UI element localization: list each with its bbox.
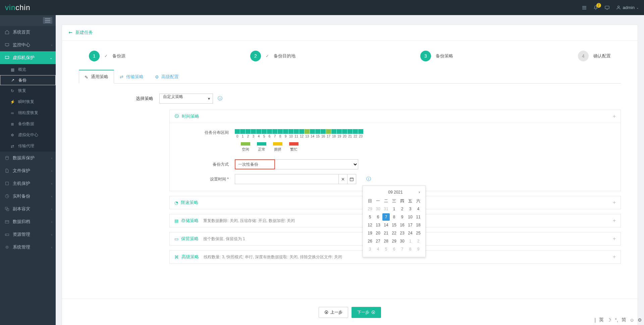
logo: vinchin <box>5 3 30 12</box>
info-icon[interactable]: ⓘ <box>218 96 222 102</box>
sidebar-item-系统首页[interactable]: 系统首页 <box>0 26 56 39</box>
sidebar-item-资源管理[interactable]: 资源管理‹ <box>0 228 56 241</box>
expand-icon[interactable]: + <box>613 254 616 260</box>
sidebar-item-副本容灾[interactable]: 副本容灾‹ <box>0 203 56 215</box>
time-strategy-section: 时间策略 + 任务分布区间 01234567891011121314151617… <box>169 110 621 191</box>
calendar-day-28[interactable]: 28 <box>382 237 390 245</box>
sidebar-item-虚拟机保护[interactable]: 虚拟机保护⌄ <box>0 51 56 64</box>
calendar-day-24[interactable]: 24 <box>407 229 414 237</box>
sidebar-item-监控中心[interactable]: 监控中心‹ <box>0 39 56 51</box>
sidebar-item-系统管理[interactable]: 系统管理‹ <box>0 241 56 254</box>
list-icon[interactable] <box>582 5 587 10</box>
calendar-day-3[interactable]: 3 <box>407 205 414 213</box>
calendar-day-25[interactable]: 25 <box>415 229 422 237</box>
step-3[interactable]: 3备份策略 <box>420 51 453 61</box>
check-icon: ✓ <box>266 54 269 58</box>
gear-icon[interactable]: ⚙ <box>638 317 642 323</box>
calendar-day-1[interactable]: 1 <box>390 205 398 213</box>
open-calendar-button[interactable] <box>347 174 356 184</box>
moon-icon[interactable]: ☽ <box>607 317 611 323</box>
info-icon[interactable]: ⓘ <box>366 176 371 182</box>
calendar-day-27[interactable]: 27 <box>374 237 382 245</box>
sidebar-subitem-虚拟化中心[interactable]: ✲虚拟化中心 <box>0 129 56 141</box>
restore-icon: ↻ <box>10 89 15 93</box>
calendar-day-2[interactable]: 2 <box>398 205 406 213</box>
ime-lang[interactable]: 英 <box>599 317 604 323</box>
ime-script[interactable]: 简 <box>622 317 626 323</box>
tab-通用策略[interactable]: ✎通用策略 <box>79 70 114 84</box>
sidebar-item-数据归档[interactable]: 数据归档‹ <box>0 215 56 228</box>
display-icon[interactable] <box>604 5 610 10</box>
calendar-day-15[interactable]: 15 <box>390 221 398 229</box>
calendar-day-10[interactable]: 10 <box>407 213 414 221</box>
tab-高级配置[interactable]: ⚙高级配置 <box>149 70 184 84</box>
sidebar-item-文件保护[interactable]: 文件保护‹ <box>0 164 56 177</box>
next-button[interactable]: 下一步 ⦿ <box>352 307 381 318</box>
calendar-day-4[interactable]: 4 <box>415 205 422 213</box>
calendar-day-16[interactable]: 16 <box>398 221 406 229</box>
section-title: 高级策略 <box>181 254 199 260</box>
sidebar-item-数据库保护[interactable]: 数据库保护‹ <box>0 152 56 164</box>
step-1[interactable]: 1✓备份源 <box>89 51 125 61</box>
sidebar-subitem-传输代理[interactable]: ⇄传输代理 <box>0 141 56 152</box>
expand-icon[interactable]: + <box>613 236 616 242</box>
sidebar-subitem-恢复[interactable]: ↻恢复 <box>0 85 56 96</box>
sidebar-item-实时备份[interactable]: 实时备份‹ <box>0 190 56 203</box>
user-menu[interactable]: admin ⌄ <box>616 5 639 10</box>
chevron-down-icon: ⌄ <box>636 6 639 9</box>
calendar-day-4: 4 <box>374 246 382 253</box>
smile-icon[interactable]: ☺ <box>630 317 634 323</box>
clear-time-button[interactable]: ✕ <box>339 174 347 184</box>
set-time-input[interactable] <box>235 174 339 184</box>
tab-传输策略[interactable]: ⇄传输策略 <box>114 70 149 84</box>
calendar-day-8[interactable]: 8 <box>390 213 398 221</box>
dist-hour-23 <box>358 129 363 134</box>
backup-mode-highlighted[interactable]: 一次性备份 <box>235 159 275 169</box>
retain-icon: ▭ <box>174 236 178 241</box>
calendar-day-9[interactable]: 9 <box>398 213 406 221</box>
data-icon: ≣ <box>10 122 15 126</box>
transfer-icon: ⇄ <box>120 74 124 79</box>
calendar-day-23[interactable]: 23 <box>398 229 406 237</box>
sidebar-item-主机保护[interactable]: 主机保护‹ <box>0 177 56 190</box>
notification-icon[interactable]: 2 <box>593 5 598 10</box>
step-2[interactable]: 2✓备份目的地 <box>250 51 296 61</box>
calendar-day-7[interactable]: 7 <box>382 213 390 221</box>
sidebar-subitem-备份数据[interactable]: ≣备份数据 <box>0 118 56 129</box>
step-4[interactable]: 4确认配置 <box>578 51 611 61</box>
calendar-day-12[interactable]: 12 <box>366 221 374 229</box>
calendar-day-14[interactable]: 14 <box>382 221 390 229</box>
collapse-icon[interactable]: + <box>613 113 616 119</box>
calendar-day-5[interactable]: 5 <box>366 213 374 221</box>
ime-punct[interactable]: °, <box>615 317 618 323</box>
backup-mode-select[interactable] <box>274 159 358 169</box>
calendar-day-29[interactable]: 29 <box>390 237 398 245</box>
sidebar-toggle[interactable] <box>0 15 56 26</box>
calendar-day-26[interactable]: 26 <box>366 237 374 245</box>
prev-button[interactable]: ⦿ 上一步 <box>319 307 348 318</box>
calendar-day-2: 2 <box>415 237 422 245</box>
calendar-day-13[interactable]: 13 <box>374 221 382 229</box>
calendar-day-19[interactable]: 19 <box>366 229 374 237</box>
calendar-day-30: 30 <box>374 205 382 213</box>
calendar-dow: 二 <box>382 197 390 205</box>
calendar-day-11[interactable]: 11 <box>415 213 422 221</box>
sidebar-subitem-概览[interactable]: ▦概览 <box>0 64 56 75</box>
sidebar-subitem-瞬时恢复[interactable]: ⚡瞬时恢复 <box>0 96 56 107</box>
caret-down-icon: ▾ <box>208 96 210 101</box>
sidebar-subitem-备份[interactable]: ↗备份 <box>0 75 56 85</box>
calendar-day-22[interactable]: 22 <box>390 229 398 237</box>
calendar-next-icon[interactable]: › <box>419 190 420 195</box>
calendar-day-21[interactable]: 21 <box>382 229 390 237</box>
dist-hour-0 <box>235 129 240 134</box>
calendar-day-17[interactable]: 17 <box>407 221 414 229</box>
sidebar-subitem-细粒度恢复[interactable]: ∞细粒度恢复 <box>0 107 56 118</box>
calendar-day-20[interactable]: 20 <box>374 229 382 237</box>
expand-icon[interactable]: + <box>613 200 616 206</box>
policy-select[interactable]: 自定义策略 ▾ <box>159 94 213 104</box>
calendar-day-6[interactable]: 6 <box>374 213 382 221</box>
calendar-day-18[interactable]: 18 <box>415 221 422 229</box>
expand-icon[interactable]: + <box>613 218 616 224</box>
calendar-day-30[interactable]: 30 <box>398 237 406 245</box>
calendar-day-3: 3 <box>366 246 374 253</box>
